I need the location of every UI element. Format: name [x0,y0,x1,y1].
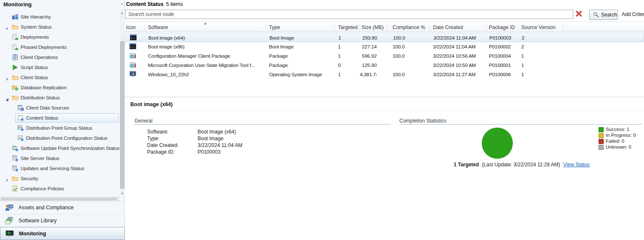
sidebar-item-label: Database Replication [21,85,66,91]
tree-expander-collapsed-icon[interactable] [5,176,9,181]
column-header-package-id[interactable]: Package ID [486,23,519,32]
table-row-microsoft-corporation-user-state-migration-tool-f[interactable]: Microsoft Corporation User State Migrati… [124,61,644,70]
cell-compliance-pct: 100.0 [393,42,429,51]
sidebar-item-label: Site Hierarchy [21,14,51,20]
cell-date-created: 3/22/2024 10:50 AM [433,61,486,70]
table-row-boot-image-x86[interactable]: C:\Boot image (x86)Boot Image1227.14100.… [124,42,644,51]
sidebar-item-label: Distribution Point Configuration Status [26,135,108,141]
content-pane: Content Status5 items Search Add Criteri… [125,0,644,240]
dp-config-status-icon [17,135,24,141]
sidebar-item-label: Phased Deployments [21,44,66,50]
add-criteria-button[interactable]: Add Criteria [622,11,644,17]
scroll-up-icon[interactable]: ▲ [119,10,125,16]
sidebar-item-software-update-point-synchronization-status[interactable]: Software Update Point Synchronization St… [0,143,119,153]
search-button-label: Search [601,12,617,18]
cell-software: Boot image (x86) [148,42,266,51]
sidebar-item-updates-and-servicing-status[interactable]: Updates and Servicing Status [0,163,119,173]
cell-package-id: P0100006 [489,70,518,79]
table-row-windows-10-22h2[interactable]: Windows_10_22h2Operating System Image14,… [124,70,644,79]
sidebar-item-site-hierarchy[interactable]: Site Hierarchy [0,12,119,22]
sidebar-item-label: Client Status [21,75,48,80]
sidebar-item-label: Compliance Policies [21,186,64,192]
cell-date-created: 3/22/2024 11:04 AM [433,33,486,43]
database-replication-icon [12,84,18,91]
sidebar-item-distribution-point-configuration-status[interactable]: Distribution Point Configuration Status [0,133,119,143]
sidebar-item-system-status[interactable]: System Status [0,22,119,32]
column-header-type[interactable]: Type [267,23,335,32]
boot-image-icon: C:\ [130,35,137,41]
workspace-label: Monitoring [19,231,46,237]
cell-compliance-pct: 100.0 [393,33,430,43]
cell-size-mb: 125.90 [360,61,377,70]
search-button[interactable]: Search [589,10,618,20]
cell-software: Configuration Manager Client Package [148,51,266,61]
cell-software: Boot image (x64) [148,33,266,43]
workspace-label: Software Library [18,218,57,224]
tree-horizontal-scrollbar[interactable] [0,197,119,201]
cell-type: Boot Image [269,33,334,43]
cell-targeted: 1 [338,70,359,79]
cell-source-version: 1 [521,70,562,79]
column-header-targeted[interactable]: Targeted [335,23,360,32]
workspace-button-assets-and-compliance[interactable]: Assets and Compliance [0,201,125,214]
table-row-boot-image-x64[interactable]: C:\Boot image (x64)Boot Image1293.80100.… [124,33,644,42]
column-header-icon[interactable]: Icon [124,23,145,32]
workspace-button-software-library[interactable]: Software Library [0,214,125,227]
site-server-status-icon [12,155,18,162]
sidebar-item-client-status[interactable]: Client Status [0,72,119,83]
cell-type: Package [269,61,334,70]
sidebar-item-distribution-point-group-status[interactable]: Distribution Point Group Status [0,123,119,133]
tree-expander-expanded-icon[interactable] [5,96,9,100]
sidebar-item-phased-deployments[interactable]: Phased Deployments [0,42,119,52]
clear-search-button[interactable] [575,11,585,19]
sidebar-item-content-status[interactable]: Content Status [0,113,119,123]
scroll-down-icon[interactable]: ▼ [119,191,125,196]
sidebar-item-security[interactable]: Security [0,173,119,184]
red-x-icon [575,11,582,18]
sidebar-item-script-status[interactable]: Script Status [0,62,119,72]
cell-type: Boot Image [269,42,334,51]
table-row-configuration-manager-client-package[interactable]: Configuration Manager Client PackagePack… [124,51,644,61]
sidebar-item-distribution-status[interactable]: Distribution Status [0,93,119,103]
column-header-compliance[interactable]: Compliance % [388,23,430,32]
cell-size-mb: 293.80 [360,33,377,43]
column-header-date-created[interactable]: Date Created [430,23,486,32]
os-image-icon [129,71,137,77]
sort-ascending-icon: ▲ [204,22,207,25]
sidebar-item-client-operations[interactable]: Client Operations [0,52,119,62]
workspace-button-monitoring[interactable]: Monitoring [0,227,125,240]
cell-source-version: 1 [521,51,562,61]
configuration-manager-console: Monitoring Site HierarchySystem StatusDe… [0,0,644,240]
cell-targeted: 1 [338,51,359,61]
cell-date-created: 3/22/2024 11:27 AM [433,70,486,79]
assets-icon [5,203,13,212]
detail-pane-divider [124,97,644,97]
collapse-pane-button[interactable]: ‹ [119,0,125,8]
deployment-icon [12,44,18,51]
sidebar-item-client-data-sources[interactable]: Client Data Sources [0,103,119,113]
vertical-scrollbar-thumb[interactable] [120,41,124,189]
sidebar-item-site-server-status[interactable]: Site Server Status [0,153,119,163]
tree-expander-collapsed-icon[interactable] [5,75,9,80]
view-status-link[interactable]: View Status [563,162,590,168]
sidebar-item-deployments[interactable]: Deployments [0,32,119,42]
cell-size-mb: 227.14 [360,42,377,51]
sidebar-item-compliance-policies[interactable]: Compliance Policies [0,184,119,194]
horizontal-scrollbar-thumb[interactable] [1,198,117,200]
sidebar-item-database-replication[interactable]: Database Replication [0,83,119,93]
tree-expander-collapsed-icon[interactable] [5,25,9,29]
cell-date-created: 3/22/2024 11:04 AM [433,42,486,51]
cell-compliance-pct: 100.0 [393,70,429,79]
legend-label: In Progress: 0 [606,133,636,138]
column-header-size-mb[interactable]: Size (MB) [360,23,388,32]
sup-sync-icon [12,145,18,152]
column-header-source-version[interactable]: Source Version [519,23,563,32]
last-update-text: (Last Update: 3/22/2024 11:28 AM) [482,162,560,168]
detail-title-underline [124,111,644,111]
legend-swatch-failed [599,139,604,144]
completion-pie-chart [482,128,513,159]
search-input[interactable] [125,10,573,19]
dp-group-status-icon [17,125,24,131]
detail-field-label: Date Created: [147,142,179,148]
item-count: 5 items [166,1,183,7]
